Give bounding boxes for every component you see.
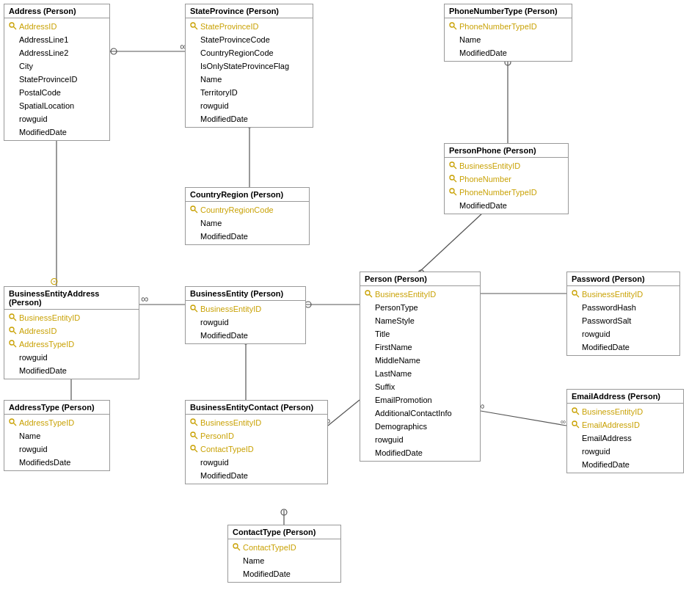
field-name-rowguid: rowguid [375,435,404,444]
field-rowguid: rowguid [4,112,109,125]
field-name-modifieddate: ModifiedDate [19,128,67,136]
svg-line-33 [453,26,456,29]
svg-point-66 [233,544,238,548]
entity-header-contacttype: ContactType (Person) [228,525,340,539]
field-stateprovinceid: StateProvinceID [186,20,313,33]
svg-point-13 [305,302,311,307]
svg-point-50 [365,291,370,295]
field-name-name: Name [243,556,264,565]
pk-icon [8,418,17,426]
svg-point-62 [572,408,577,412]
field-city: City [4,59,109,73]
field-passwordhash: PasswordHash [567,301,679,314]
field-rowguid: rowguid [567,445,683,458]
svg-point-58 [191,432,195,437]
field-businessentityid: BusinessEntityID [186,302,305,316]
svg-point-64 [572,421,577,426]
pk-icon [364,289,373,298]
svg-point-34 [191,206,195,211]
rel-bec-person: ∞ [323,400,360,426]
field-modifieddate: ModifiedDate [186,469,327,482]
field-name-modifieddate: ModifiedDate [19,366,67,375]
svg-line-67 [237,547,240,550]
field-name-lastname: LastName [375,369,412,378]
field-name-modifieddate: ModifiedDate [200,114,248,123]
field-name-countryregioncode: CountryRegionCode [200,48,274,57]
svg-line-61 [194,449,197,452]
entity-header-personphone: PersonPhone (Person) [445,144,568,158]
entity-header-emailaddress: EmailAddress (Person) [567,390,683,404]
svg-line-55 [13,423,16,426]
svg-point-38 [450,175,454,180]
field-modifiedsdate: ModifiedsDate [4,456,109,469]
field-name-persontype: PersonType [375,303,418,312]
entity-address: Address (Person)AddressIDAddressLine1Add… [4,4,110,141]
field-name-personid: PersonID [200,431,234,440]
field-name-addressid: AddressID [19,327,56,335]
entity-body-emailaddress: BusinessEntityIDEmailAddressIDEmailAddre… [567,404,683,473]
field-name-city: City [19,62,33,70]
field-name-emailpromotion: EmailPromotion [375,396,432,404]
pk-icon [8,339,17,348]
rel-address-businessentityaddress: ⊙ [50,128,59,287]
entity-header-businessentityaddress: BusinessEntityAddress (Person) [4,287,139,310]
field-demographics: Demographics [360,420,480,433]
field-addressid: AddressID [4,324,139,338]
svg-line-57 [194,423,197,426]
field-name-modifieddate: ModifiedDate [200,232,248,241]
svg-point-48 [191,305,195,310]
field-rowguid: rowguid [4,351,139,364]
svg-point-1 [111,48,117,54]
entity-header-addresstype: AddressType (Person) [4,401,109,415]
field-name-phonenumber: PhoneNumber [459,175,511,183]
field-personid: PersonID [186,429,327,442]
entity-body-contacttype: ContactTypeIDNameModifiedDate [228,539,340,582]
entity-header-businessentity: BusinessEntity (Person) [186,287,305,301]
field-name: Name [4,429,109,442]
field-name-firstname: FirstName [375,343,412,351]
entity-personphone: PersonPhone (Person)BusinessEntityIDPhon… [444,143,569,214]
field-contacttypeid: ContactTypeID [228,541,340,554]
svg-point-28 [10,23,14,27]
field-name-phonenumbertypeid: PhoneNumberTypeID [459,22,537,31]
svg-text:⊙: ⊙ [50,275,59,287]
field-businessentityid: BusinessEntityID [567,288,679,301]
field-name-contacttypeid: ContactTypeID [243,543,296,552]
field-name-passwordsalt: PasswordSalt [582,316,631,325]
field-stateprovinceid: StateProvinceID [4,73,109,86]
field-rowguid: rowguid [186,99,313,112]
entity-body-businessentityaddress: BusinessEntityIDAddressIDAddressTypeIDro… [4,310,139,379]
svg-line-51 [369,294,372,297]
field-name-name: Name [200,219,222,227]
pk-icon [189,21,198,30]
field-name-businessentityid: BusinessEntityID [200,305,261,313]
rel-be-bec [243,338,249,400]
svg-line-24 [328,400,360,426]
field-rowguid: rowguid [4,442,109,456]
pk-icon [571,407,580,415]
svg-point-54 [10,419,14,423]
field-name-rowguid: rowguid [200,318,229,327]
field-addresstypeid: AddressTypeID [4,416,109,429]
field-businessentityid: BusinessEntityID [567,405,683,418]
field-name-phonenumbertypeid: PhoneNumberTypeID [459,188,537,197]
field-name-modifieddate: ModifiedDate [459,201,507,210]
field-rowguid: rowguid [186,316,305,329]
pk-icon [189,304,198,313]
field-rowguid: rowguid [186,456,327,469]
svg-line-37 [453,166,456,169]
svg-line-65 [576,425,579,428]
field-name-businessentityid: BusinessEntityID [375,290,436,299]
pk-icon [571,420,580,429]
field-name-passwordhash: PasswordHash [582,303,636,312]
field-lastname: LastName [360,367,480,380]
field-spatiallocation: SpatialLocation [4,99,109,112]
field-name-territoryid: TerritoryID [200,88,238,97]
field-name-addresstypeid: AddressTypeID [19,340,74,349]
field-name-emailaddressid: EmailAddressID [582,420,640,429]
field-contacttypeid: ContactTypeID [186,442,327,456]
field-addresstypeid: AddressTypeID [4,338,139,351]
pk-icon [189,205,198,214]
entity-body-businessentity: BusinessEntityIDrowguidModifiedDate [186,301,305,343]
entity-header-stateprovince: StateProvince (Person) [186,4,313,18]
